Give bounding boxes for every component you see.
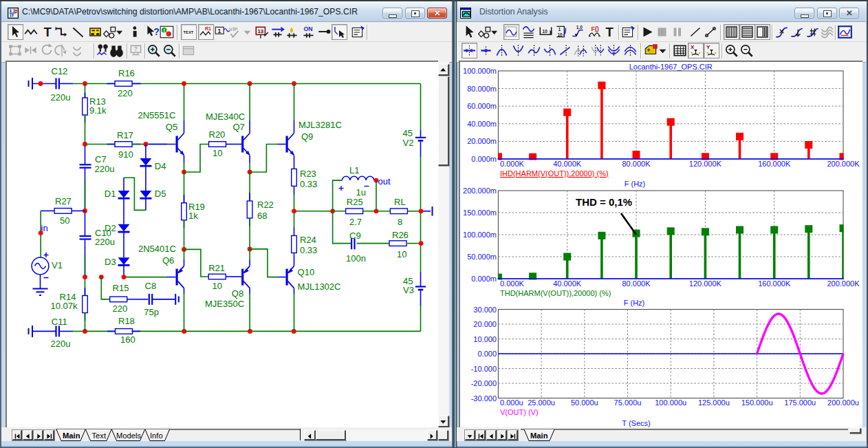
svg-text:Main: Main xyxy=(530,431,548,440)
